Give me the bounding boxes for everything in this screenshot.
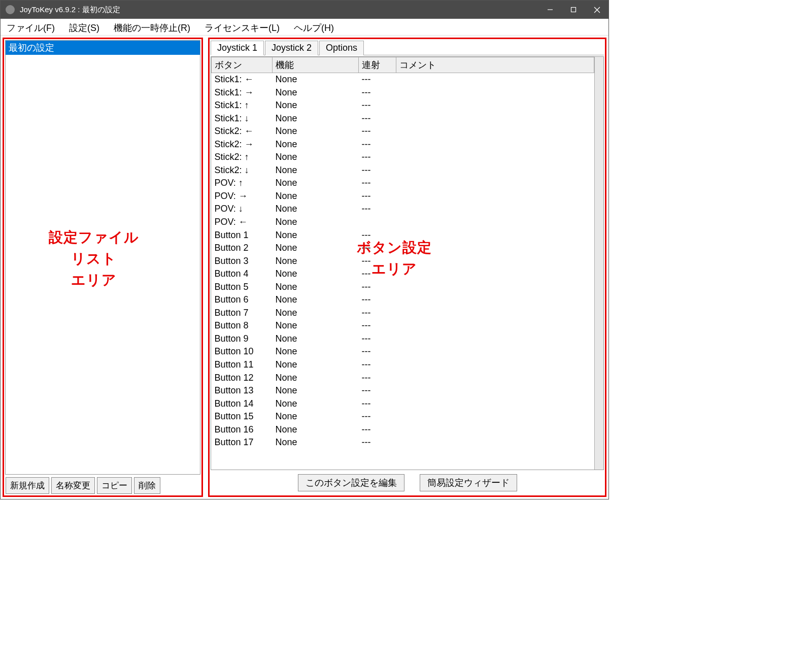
minimize-button[interactable] (538, 1, 562, 19)
cell-button: Stick1: ← (212, 73, 273, 86)
table-row[interactable]: Stick1: →None--- (212, 86, 594, 99)
cell-func: None (273, 423, 359, 437)
cell-func: None (273, 203, 359, 216)
cell-rapid: --- (359, 138, 396, 151)
cell-rapid: --- (359, 242, 396, 255)
copy-button[interactable]: コピー (97, 477, 132, 494)
table-row[interactable]: POV: →None--- (212, 190, 594, 203)
cell-comment (396, 177, 594, 190)
cell-comment (396, 345, 594, 358)
tab-joystick2[interactable]: Joystick 2 (265, 41, 318, 55)
cell-button: POV: ↑ (212, 177, 273, 190)
cell-button: Button 6 (212, 293, 273, 307)
cell-button: Button 16 (212, 423, 273, 437)
cell-rapid: --- (359, 99, 396, 112)
wizard-button[interactable]: 簡易設定ウィザード (420, 474, 517, 491)
table-row[interactable]: Stick1: ←None--- (212, 73, 594, 86)
menu-license[interactable]: ライセンスキー(L) (200, 21, 284, 35)
cell-comment (396, 242, 594, 255)
cell-func: None (273, 384, 359, 397)
table-row[interactable]: Button 12None--- (212, 372, 594, 385)
table-row[interactable]: Button 16None--- (212, 423, 594, 437)
table-row[interactable]: POV: ↓None--- (212, 203, 594, 216)
table-row[interactable]: Button 13None--- (212, 384, 594, 397)
table-row[interactable]: Button 15None--- (212, 410, 594, 423)
table-row[interactable]: Stick2: ←None--- (212, 125, 594, 138)
table-row[interactable]: Button 6None--- (212, 293, 594, 307)
cell-func: None (273, 332, 359, 346)
cell-button: POV: ↓ (212, 203, 273, 216)
cell-button: Button 10 (212, 345, 273, 358)
table-row[interactable]: Button 3None--- (212, 255, 594, 268)
tab-options[interactable]: Options (319, 41, 364, 55)
cell-comment (396, 332, 594, 346)
table-row[interactable]: Stick1: ↓None--- (212, 112, 594, 125)
col-comment[interactable]: コメント (396, 57, 594, 73)
content-area: 最初の設定 新規作成 名称変更 コピー 削除 設定ファイルリストエリア Joys… (1, 36, 608, 499)
table-row[interactable]: Button 1None--- (212, 229, 594, 242)
cell-rapid: --- (359, 410, 396, 423)
maximize-button[interactable] (562, 1, 585, 19)
app-icon (6, 5, 15, 14)
profile-item[interactable]: 最初の設定 (6, 41, 200, 55)
menu-file[interactable]: ファイル(F) (3, 21, 59, 35)
mapping-table[interactable]: ボタン 機能 連射 コメント Stick1: ←None---Stick1: →… (211, 57, 594, 449)
col-func[interactable]: 機能 (273, 57, 359, 73)
sidebar-buttons: 新規作成 名称変更 コピー 削除 (4, 476, 201, 495)
profile-list[interactable]: 最初の設定 (5, 40, 200, 475)
cell-button: POV: ← (212, 216, 273, 229)
cell-func: None (273, 229, 359, 242)
close-button[interactable] (585, 1, 608, 19)
new-button[interactable]: 新規作成 (6, 477, 49, 494)
mapping-table-body: ボタン 機能 連射 コメント Stick1: ←None---Stick1: →… (211, 57, 594, 470)
menu-pause[interactable]: 機能の一時停止(R) (110, 21, 194, 35)
table-row[interactable]: Button 17None--- (212, 436, 594, 449)
cell-rapid: --- (359, 125, 396, 138)
table-row[interactable]: Button 11None--- (212, 358, 594, 372)
cell-button: Stick1: ↓ (212, 112, 273, 125)
vertical-scrollbar[interactable] (594, 57, 603, 470)
tab-bar: Joystick 1 Joystick 2 Options (211, 40, 604, 55)
cell-rapid: --- (359, 397, 396, 411)
cell-button: Button 17 (212, 436, 273, 449)
table-row[interactable]: Button 14None--- (212, 397, 594, 411)
cell-comment (396, 372, 594, 385)
col-rapid[interactable]: 連射 (359, 57, 396, 73)
edit-button[interactable]: このボタン設定を編集 (298, 474, 404, 491)
table-row[interactable]: Button 2None--- (212, 242, 594, 255)
cell-comment (396, 384, 594, 397)
cell-button: Button 1 (212, 229, 273, 242)
table-row[interactable]: Stick2: ↓None--- (212, 164, 594, 177)
window-controls (538, 1, 608, 19)
table-row[interactable]: Stick2: →None--- (212, 138, 594, 151)
table-row[interactable]: Stick1: ↑None--- (212, 99, 594, 112)
cell-func: None (273, 255, 359, 268)
table-row[interactable]: Button 4None--- (212, 268, 594, 281)
menu-settings[interactable]: 設定(S) (65, 21, 104, 35)
tab-joystick1[interactable]: Joystick 1 (211, 41, 264, 55)
table-row[interactable]: Button 5None--- (212, 281, 594, 294)
table-row[interactable]: Button 10None--- (212, 345, 594, 358)
cell-func: None (273, 358, 359, 372)
cell-comment (396, 73, 594, 86)
delete-button[interactable]: 削除 (134, 477, 160, 494)
cell-rapid: --- (359, 164, 396, 177)
cell-comment (396, 423, 594, 437)
table-row[interactable]: Button 9None--- (212, 332, 594, 346)
cell-func: None (273, 268, 359, 281)
table-row[interactable]: Stick2: ↑None--- (212, 151, 594, 164)
rename-button[interactable]: 名称変更 (51, 477, 95, 494)
cell-rapid: --- (359, 307, 396, 320)
col-button[interactable]: ボタン (212, 57, 273, 73)
cell-func: None (273, 112, 359, 125)
cell-func: None (273, 164, 359, 177)
menu-help[interactable]: ヘルプ(H) (290, 21, 338, 35)
table-row[interactable]: POV: ←None (212, 216, 594, 229)
cell-comment (396, 99, 594, 112)
table-row[interactable]: POV: ↑None--- (212, 177, 594, 190)
menubar: ファイル(F) 設定(S) 機能の一時停止(R) ライセンスキー(L) ヘルプ(… (1, 19, 608, 36)
table-row[interactable]: Button 7None--- (212, 307, 594, 320)
cell-comment (396, 216, 594, 229)
table-row[interactable]: Button 8None--- (212, 319, 594, 332)
cell-rapid: --- (359, 86, 396, 99)
